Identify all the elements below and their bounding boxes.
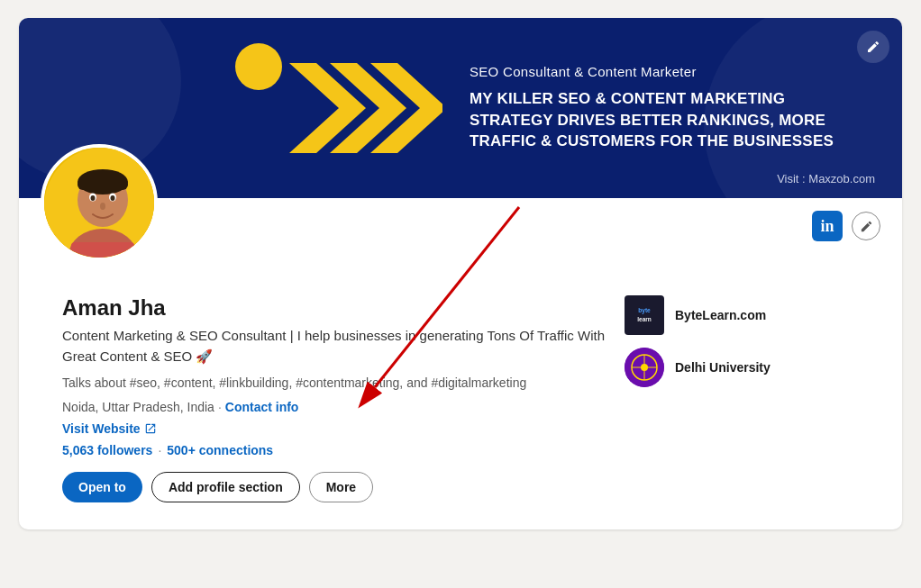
avatar	[41, 144, 158, 261]
followers-row: 5,063 followers · 500+ connections	[62, 443, 606, 457]
banner-visit-text: Visit : Maxzob.com	[777, 172, 875, 185]
avatar-svg	[44, 148, 154, 258]
svg-point-11	[111, 195, 115, 201]
open-to-button[interactable]: Open to	[62, 472, 142, 502]
svg-point-10	[91, 195, 96, 201]
banner-text-area: SEO Consultant & Content Marketer MY KIL…	[470, 18, 848, 198]
linkedin-text: in	[820, 217, 834, 236]
bytelearn-logo: byte learn	[625, 295, 664, 335]
add-profile-section-button[interactable]: Add profile section	[151, 472, 300, 502]
visit-website-row: Visit Website	[62, 421, 606, 436]
profile-location: Noida, Uttar Pradesh, India	[62, 400, 214, 414]
profile-location-row: Noida, Uttar Pradesh, India · Contact in…	[62, 400, 606, 414]
action-buttons: Open to Add profile section More	[62, 472, 606, 502]
profile-section: in Aman Jha Content Marketing & SEO Cons…	[19, 198, 902, 529]
banner-title: MY KILLER SEO & CONTENT MARKETING STRATE…	[470, 88, 848, 152]
profile-talks-about: Talks about #seo, #content, #linkbuildin…	[62, 374, 606, 393]
banner-subtitle: SEO Consultant & Content Marketer	[470, 64, 848, 79]
profile-right: byte learn ByteLearn.com	[625, 295, 859, 511]
visit-website-link[interactable]: Visit Website	[62, 421, 606, 436]
delhi-university-logo	[625, 348, 664, 387]
banner-yellow-circle	[235, 43, 282, 90]
connections-count[interactable]: 500+ connections	[167, 443, 273, 457]
profile-top-right: in	[41, 198, 880, 241]
svg-rect-7	[78, 179, 128, 190]
bytelearn-logo-svg: byte learn	[628, 295, 661, 335]
pencil-icon	[866, 40, 880, 54]
svg-point-12	[100, 203, 105, 210]
more-button[interactable]: More	[309, 472, 373, 502]
separator-dot-2: ·	[158, 443, 161, 457]
profile-name: Aman Jha	[62, 295, 606, 321]
separator-dot: ·	[218, 400, 222, 414]
affiliation-bytelearn: byte learn ByteLearn.com	[625, 295, 859, 335]
svg-text:byte: byte	[638, 307, 651, 314]
linkedin-icon[interactable]: in	[812, 211, 843, 241]
profile-headline: Content Marketing & SEO Consultant | I h…	[62, 326, 606, 366]
followers-count[interactable]: 5,063 followers	[62, 443, 152, 457]
contact-info-link[interactable]: Contact info	[225, 400, 299, 414]
bytelearn-name: ByteLearn.com	[675, 308, 766, 322]
visit-website-label: Visit Website	[62, 421, 141, 436]
svg-rect-13	[71, 242, 134, 258]
banner-edit-button[interactable]	[857, 31, 889, 63]
affiliation-delhi: Delhi University	[625, 348, 859, 387]
delhi-university-name: Delhi University	[675, 360, 771, 375]
profile-card: SEO Consultant & Content Marketer MY KIL…	[19, 18, 902, 529]
profile-left: Aman Jha Content Marketing & SEO Consult…	[62, 295, 606, 511]
profile-section-wrapper: in Aman Jha Content Marketing & SEO Cons…	[19, 198, 902, 529]
avatar-image	[44, 148, 154, 258]
profile-content: Aman Jha Content Marketing & SEO Consult…	[41, 295, 880, 511]
edit-icon	[860, 220, 873, 233]
delhi-logo-svg	[625, 348, 664, 387]
edit-profile-button[interactable]	[852, 212, 880, 240]
svg-text:learn: learn	[637, 316, 652, 322]
external-link-icon	[144, 422, 157, 435]
banner-chevrons	[289, 63, 442, 153]
